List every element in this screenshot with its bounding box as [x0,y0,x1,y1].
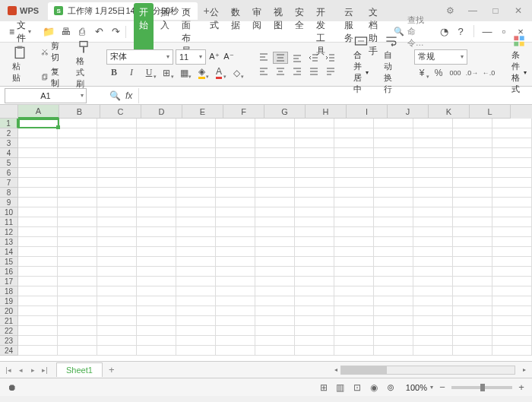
cell[interactable] [97,198,137,207]
cell[interactable] [413,346,453,356]
cell[interactable] [18,168,58,178]
cell-style-button[interactable]: ▦▾ [176,66,192,80]
cell[interactable] [18,138,58,148]
cell[interactable] [97,119,137,128]
cell[interactable] [176,227,216,237]
cell[interactable] [453,207,492,217]
cell[interactable] [255,257,295,267]
cell[interactable] [295,346,334,356]
cell[interactable] [334,237,374,247]
cell[interactable] [97,207,137,217]
redo-icon[interactable]: ↷ [109,25,122,39]
cell[interactable] [413,188,453,198]
cell[interactable] [137,217,176,227]
cell[interactable] [453,168,492,178]
print-icon[interactable]: 🖶 [59,25,72,39]
sheet-prev-icon[interactable]: ◂ [15,365,26,375]
cell[interactable] [413,257,453,267]
cell[interactable] [492,286,532,296]
cell[interactable] [58,198,97,207]
column-header[interactable]: J [388,105,429,119]
print-preview-icon[interactable]: ⎙ [75,25,89,39]
cell[interactable] [255,158,295,168]
cell[interactable] [255,247,295,257]
scroll-right-icon[interactable]: ▸ [520,366,529,375]
cell[interactable] [413,158,453,168]
cell[interactable] [492,178,532,188]
zoom-out-button[interactable]: − [436,381,448,394]
cell[interactable] [176,128,216,138]
cell[interactable] [255,316,295,326]
decrease-font-icon[interactable]: A⁻ [223,51,235,63]
cell[interactable] [97,237,137,247]
cell[interactable] [295,326,334,336]
zoom-value[interactable]: 100% [406,383,427,392]
cell[interactable] [334,198,374,207]
column-header[interactable]: I [347,105,388,119]
sheet-first-icon[interactable]: |◂ [3,365,14,375]
cell[interactable] [453,286,492,296]
undo-icon[interactable]: ↶ [92,25,106,39]
cell[interactable] [176,158,216,168]
cell[interactable] [216,296,255,306]
cell[interactable] [216,158,255,168]
name-box[interactable]: A1▾ [5,88,87,103]
maximize-button[interactable]: □ [485,3,506,18]
cell[interactable] [492,316,532,326]
cell[interactable] [492,306,532,316]
view-pagebreak-icon[interactable]: ⊡ [350,381,365,394]
cell[interactable] [137,168,176,178]
cell[interactable] [413,296,453,306]
cell[interactable] [492,138,532,148]
cell[interactable] [334,277,374,286]
cell[interactable] [295,277,334,286]
row-header[interactable]: 22 [0,326,18,336]
cell[interactable] [374,257,413,267]
cell[interactable] [295,247,334,257]
cell[interactable] [255,168,295,178]
cell[interactable] [255,306,295,316]
cell[interactable] [97,247,137,257]
cell[interactable] [453,128,492,138]
decimal-dec-icon[interactable]: ←.0 [481,66,496,80]
cell[interactable] [413,326,453,336]
cell[interactable] [137,247,176,257]
cell[interactable] [58,138,97,148]
cell[interactable] [334,257,374,267]
row-header[interactable]: 8 [0,188,18,198]
merge-center-button[interactable]: 合并居中▾ [350,32,372,97]
cell[interactable] [492,227,532,237]
cell[interactable] [374,316,413,326]
select-all-corner[interactable] [0,105,18,119]
cell[interactable] [334,217,374,227]
cell[interactable] [295,227,334,237]
cell[interactable] [97,227,137,237]
cell[interactable] [374,119,413,128]
cell[interactable] [255,286,295,296]
align-bottom-icon[interactable] [290,52,305,64]
cell[interactable] [492,198,532,207]
cell[interactable] [334,119,374,128]
cell[interactable] [453,217,492,227]
settings-icon[interactable]: ⚙ [439,3,461,18]
cell[interactable] [18,158,58,168]
cell[interactable] [453,158,492,168]
cell[interactable] [295,138,334,148]
cell[interactable] [413,247,453,257]
cell[interactable] [255,128,295,138]
cell[interactable] [374,336,413,346]
cell[interactable] [413,237,453,247]
cell[interactable] [413,286,453,296]
cell[interactable] [58,178,97,188]
decimal-inc-icon[interactable]: .0→ [464,66,480,80]
zoom-in-button[interactable]: + [515,381,527,394]
cell[interactable] [492,148,532,158]
fill-color-button[interactable]: ◈▾ [194,66,209,80]
indent-decrease-icon[interactable] [306,52,321,64]
cell[interactable] [334,306,374,316]
row-header[interactable]: 23 [0,336,18,346]
cell[interactable] [18,257,58,267]
cell[interactable] [374,217,413,227]
cell[interactable] [334,227,374,237]
distribute-icon[interactable] [323,65,338,78]
